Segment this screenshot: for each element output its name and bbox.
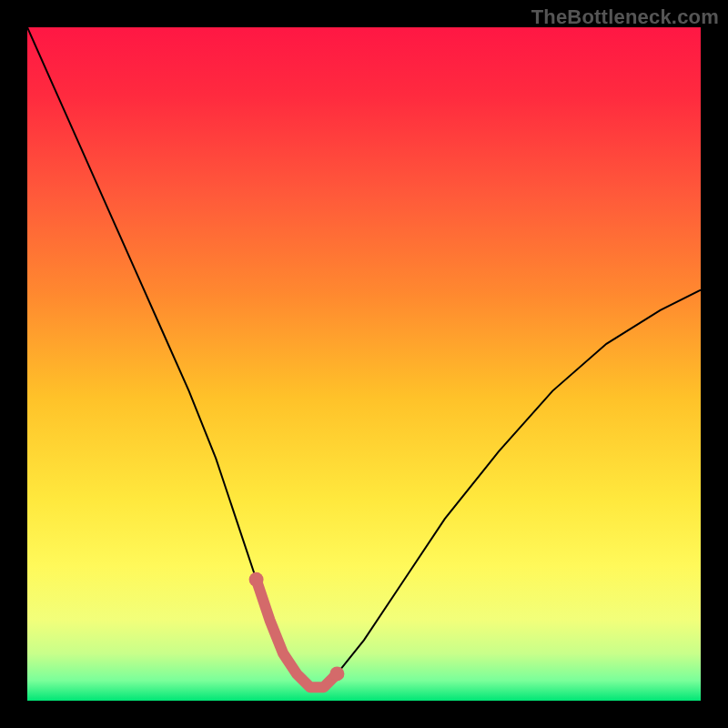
svg-point-0 (249, 572, 264, 587)
watermark-text: TheBottleneck.com (531, 5, 719, 29)
gradient-background (27, 27, 701, 701)
chart-frame: TheBottleneck.com (0, 0, 728, 728)
bottleneck-plot (27, 27, 701, 701)
chart-svg (27, 27, 701, 701)
svg-point-1 (329, 666, 344, 681)
